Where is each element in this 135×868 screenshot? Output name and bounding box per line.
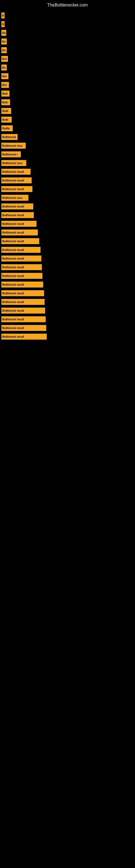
bar-row: Bo — [1, 64, 132, 71]
bar-item: Bottl — [1, 108, 11, 114]
bar-item: Bottleneck r — [1, 151, 21, 157]
bar-row: Bottl — [1, 107, 132, 115]
bar-row: Bottleneck result — [1, 255, 132, 262]
bar-row: Bott — [1, 90, 132, 97]
bar-item: Bo — [1, 65, 7, 70]
bar-item: Bottleneck result — [1, 204, 33, 209]
bar-item: Bo — [1, 38, 7, 44]
bar-item: Bottleneck resu — [1, 195, 28, 201]
bar-row: Bottleneck result — [1, 264, 132, 271]
bar-item: Bottleneck — [1, 134, 17, 140]
bar-item: Bott — [1, 91, 9, 97]
bar-row: Bottleneck result — [1, 315, 132, 323]
bar-item: Bott — [1, 99, 10, 105]
bar-item: B — [1, 21, 5, 27]
bar-label: Bot — [2, 84, 7, 87]
bar-label: Bottleneck result — [2, 318, 24, 321]
bar-label: Bottleneck result — [2, 231, 24, 234]
bar-item: Bottleneck result — [1, 221, 37, 227]
bar-label: Bottleneck result — [2, 283, 24, 286]
bar-item: Bottleneck result — [1, 238, 39, 244]
bar-row: Bottleneck result — [1, 298, 132, 306]
bar-label: Bottleneck result — [2, 248, 24, 251]
bar-item: Bottleneck result — [1, 177, 32, 183]
bar-item: Bottleneck result — [1, 290, 44, 296]
bar-item: Bottleneck result — [1, 316, 46, 322]
bar-item: Bottleneck result — [1, 212, 34, 218]
bar-item: Bottleneck resu — [1, 143, 26, 149]
bar-label: Bot — [2, 75, 7, 78]
bar-label: Bottleneck — [2, 135, 16, 138]
bar-label: Bott — [2, 92, 8, 95]
bar-item: Bot — [1, 82, 9, 88]
bar-row: Bottleneck resu — [1, 142, 132, 150]
bar-label: Bottleneck r — [2, 153, 18, 156]
bar-label: Bottleneck resu — [2, 162, 22, 165]
bar-label: Bottleneck result — [2, 266, 24, 269]
bar-row: Bott — [1, 98, 132, 106]
site-title: TheBottlenecker.com — [0, 0, 135, 9]
bar-label: Bottleneck result — [2, 335, 24, 338]
bar-row: Bottleneck result — [1, 229, 132, 236]
bar-row: B — [1, 20, 132, 28]
bar-label: Bottleneck resu — [2, 144, 22, 147]
bar-row: Bottle — [1, 124, 132, 132]
bar-label: Bottleneck result — [2, 214, 24, 217]
bar-label: Bottleneck result — [2, 309, 24, 312]
bar-label: Bott — [2, 101, 8, 104]
bar-label: Bottleneck result — [2, 240, 24, 243]
bar-row: Bottl — [1, 116, 132, 123]
bar-row: Bottleneck result — [1, 237, 132, 245]
bar-row: B — [1, 12, 132, 19]
bar-item: Bottleneck result — [1, 273, 42, 279]
bar-item: Bottleneck resu — [1, 160, 26, 166]
bar-item: Bottleneck result — [1, 169, 31, 175]
title-text: TheBottlenecker.com — [47, 3, 88, 7]
bar-item: Bottleneck result — [1, 247, 41, 253]
bar-label: Bottleneck result — [2, 275, 24, 278]
bar-label: Bottleneck result — [2, 188, 24, 191]
bar-label: Bottleneck result — [2, 257, 24, 260]
bar-row: Bo — [1, 46, 132, 54]
bar-label: Bo — [2, 31, 6, 34]
bar-label: Bottleneck result — [2, 327, 24, 330]
bar-label: Bot — [2, 58, 7, 61]
bar-label: Bo — [2, 49, 6, 52]
bar-item: Bot — [1, 56, 8, 62]
bar-row: Bottleneck result — [1, 307, 132, 314]
bar-row: Bottleneck result — [1, 324, 132, 332]
bar-row: Bottleneck result — [1, 272, 132, 280]
bar-item: Bottleneck result — [1, 282, 43, 287]
bar-row: Bottleneck result — [1, 246, 132, 254]
bar-label: Bottleneck result — [2, 301, 24, 304]
bar-item: Bo — [1, 30, 6, 36]
bar-row: Bottleneck result — [1, 281, 132, 288]
bar-item: Bottleneck result — [1, 186, 32, 192]
bar-label: B — [2, 23, 4, 26]
bar-item: Bottleneck result — [1, 255, 41, 261]
bar-row: Bottleneck result — [1, 211, 132, 219]
bar-row: Bot — [1, 81, 132, 89]
bar-label: Bottleneck result — [2, 205, 24, 208]
bar-label: B — [2, 14, 4, 17]
bar-row: Bottleneck result — [1, 333, 132, 340]
bar-item: Bottleneck result — [1, 334, 47, 340]
bar-label: Bottleneck resu — [2, 196, 22, 199]
bar-row: Bottleneck result — [1, 220, 132, 227]
bar-label: Bottleneck result — [2, 292, 24, 295]
bar-label: Bottle — [2, 127, 10, 130]
bar-label: Bottleneck result — [2, 179, 24, 182]
bar-row: Bottleneck — [1, 133, 132, 141]
bar-item: Bottleneck result — [1, 264, 42, 270]
bar-item: Bottleneck result — [1, 308, 45, 314]
bar-label: Bottleneck result — [2, 222, 24, 225]
bar-label: Bo — [2, 66, 6, 69]
bar-item: B — [1, 12, 5, 19]
bar-row: Bottleneck result — [1, 203, 132, 210]
bars-container: BBBoBoBoBotBoBotBotBottBottBottlBottlBot… — [0, 9, 135, 344]
bar-row: Bottleneck resu — [1, 194, 132, 202]
bar-row: Bottleneck result — [1, 185, 132, 193]
bar-item: Bottleneck result — [1, 325, 46, 331]
bar-item: Bottleneck result — [1, 229, 38, 236]
bar-row: Bottleneck result — [1, 168, 132, 176]
